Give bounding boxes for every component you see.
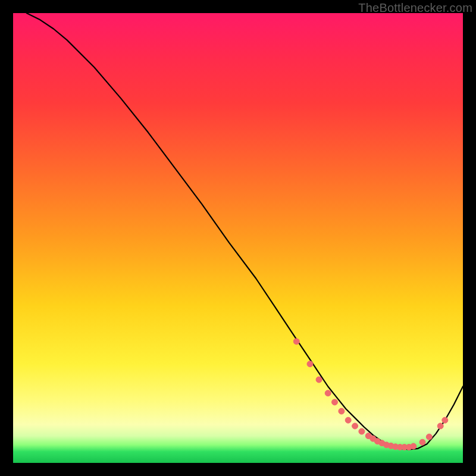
curve-marker [352,423,358,429]
bottleneck-curve [27,13,463,449]
curve-marker [437,423,443,429]
curve-marker [316,377,322,383]
chart-root: TheBottlenecker.com [0,0,476,476]
curve-marker [419,439,425,445]
curve-marker [293,339,299,345]
curve-marker [411,443,416,449]
curve-marker [325,390,331,396]
curve-marker [345,417,351,423]
curve-marker [359,428,365,434]
curve-marker [426,434,432,440]
curve-marker [442,417,448,423]
curve-marker [332,399,338,405]
curve-layer [13,13,463,463]
watermark-label: TheBottlenecker.com [358,1,472,15]
curve-marker [307,361,313,367]
plot-area [13,13,463,463]
curve-marker [339,408,345,414]
